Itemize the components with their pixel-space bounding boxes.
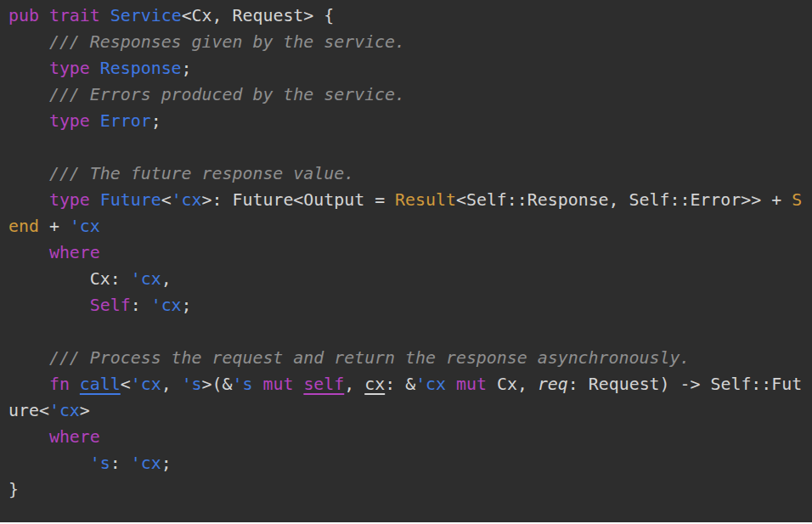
code-line [8, 134, 804, 161]
code-token-or: S [792, 190, 802, 210]
code-line: fn call<'cx, 's>(&'s mut self, cx: &'cx … [8, 371, 804, 397]
code-token-kw: where [49, 243, 100, 262]
code-token-lf: 'cx [415, 375, 446, 394]
code-token-ty: Response [100, 59, 182, 78]
code-token-lf: 'cx [70, 217, 100, 236]
code-token-fg [90, 111, 100, 131]
code-token-kw: mut [262, 375, 293, 394]
code-line: Self: 'cx; [8, 292, 804, 318]
code-token-fg: : & [385, 375, 415, 394]
code-token-fg [8, 32, 49, 52]
code-token-fg [252, 375, 262, 394]
code-line: /// Responses given by the service. [8, 29, 804, 55]
code-token-kw: Self [90, 296, 131, 315]
code-token-kw: type [49, 59, 90, 78]
code-token-fg [70, 375, 80, 394]
code-token-or: end [8, 217, 39, 236]
code-line: } [8, 476, 804, 503]
code-token-pi: req [538, 375, 568, 394]
code-token-fg [8, 348, 49, 368]
code-token-fg [8, 243, 49, 262]
code-token-cm: /// Process the request and return the r… [49, 348, 690, 368]
code-token-fg: : [110, 454, 131, 473]
code-token-lf: 's [233, 375, 253, 394]
code-token-ty: Service [110, 6, 182, 25]
code-token-lf: 'cx [49, 401, 80, 420]
code-token-fg: <Cx, Request> { [182, 6, 335, 25]
code-token-fg: ure< [8, 401, 49, 420]
code-token-kw: fn [49, 375, 70, 394]
code-token-fg [293, 375, 303, 394]
code-line: type Future<'cx>: Future<Output = Result… [8, 187, 804, 213]
code-token-fn: call [80, 375, 121, 394]
code-token-lf: 'cx [131, 269, 161, 289]
code-token-kw: type [49, 111, 90, 131]
code-token-fg: <Self::Response, Self::Error>> + [456, 190, 792, 210]
code-token-kw: trait [49, 6, 100, 25]
code-token-fg: , [344, 375, 364, 394]
code-token-fg: Cx, [487, 375, 538, 394]
code-token-fg [39, 6, 49, 25]
code-token-fg [8, 427, 49, 447]
code-token-or: Result [395, 190, 456, 210]
code-token-ty: Future [100, 190, 161, 210]
code-token-fg [8, 111, 49, 131]
code-token-fg [90, 190, 100, 210]
code-token-fg: ; [151, 111, 161, 131]
code-token-fg [8, 164, 49, 183]
code-line: /// Process the request and return the r… [8, 345, 804, 371]
code-token-fg [8, 375, 49, 394]
code-line [8, 318, 804, 345]
code-token-fg [100, 6, 110, 25]
code-token-cm: /// Responses given by the service. [49, 32, 405, 52]
code-line: pub trait Service<Cx, Request> { [8, 3, 804, 29]
code-token-fg [8, 190, 49, 210]
code-token-lf: 's [90, 454, 110, 473]
code-token-fg: ; [182, 296, 192, 315]
code-token-fg: < [161, 190, 172, 210]
code-token-fg: , [161, 269, 172, 289]
code-token-fg: , [161, 375, 182, 394]
code-token-fg: ; [161, 454, 172, 473]
code-token-fg [8, 85, 49, 104]
code-token-lf: 'cx [131, 375, 161, 394]
code-line: end + 'cx [8, 213, 804, 239]
code-token-fg [8, 59, 49, 78]
code-token-fg: < [121, 375, 131, 394]
code-line: /// The future response value. [8, 161, 804, 187]
code-block: pub trait Service<Cx, Request> { /// Res… [0, 0, 812, 522]
code-token-ty: Error [100, 111, 151, 131]
code-token-cm: /// Errors produced by the service. [49, 85, 405, 104]
code-token-fg: : [131, 296, 151, 315]
code-line: where [8, 424, 804, 450]
code-token-fg: Cx: [8, 269, 131, 289]
code-token-kw: pub [8, 6, 39, 25]
code-token-sf: self [303, 375, 344, 394]
code-token-kw: type [49, 190, 90, 210]
code-token-fg: : Request) -> Self::Fut [568, 375, 802, 394]
code-token-fg [446, 375, 456, 394]
code-token-lf: 's [182, 375, 202, 394]
code-token-fg: } [8, 480, 19, 499]
screenshot-root: pub trait Service<Cx, Request> { /// Res… [0, 0, 812, 524]
code-token-fg: + [39, 217, 70, 236]
code-token-kw: where [49, 427, 100, 447]
code-token-kw: mut [456, 375, 487, 394]
code-line: where [8, 239, 804, 266]
code-line: Cx: 'cx, [8, 266, 804, 292]
code-token-fg [8, 296, 90, 315]
code-token-fg: > [80, 401, 90, 420]
code-token-fg: >: Future<Output = [202, 190, 396, 210]
code-token-fg [8, 454, 90, 473]
code-token-fg [90, 59, 100, 78]
code-token-lf: 'cx [131, 454, 161, 473]
code-token-vu: cx [364, 375, 385, 394]
code-token-lf: 'cx [151, 296, 182, 315]
code-line: type Error; [8, 108, 804, 134]
code-line: type Response; [8, 55, 804, 82]
code-token-fg: >(& [202, 375, 233, 394]
code-token-lf: 'cx [172, 190, 202, 210]
code-line: 's: 'cx; [8, 450, 804, 476]
code-token-cm: /// The future response value. [49, 164, 354, 183]
code-token-fg: ; [182, 59, 192, 78]
